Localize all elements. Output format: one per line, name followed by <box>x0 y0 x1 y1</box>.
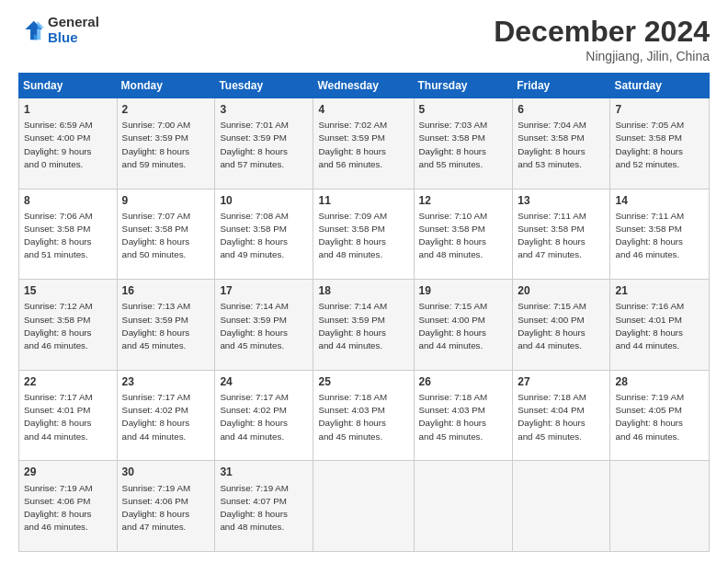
day-of-week-header: Monday <box>117 74 215 98</box>
calendar-day-cell: 2Sunrise: 7:00 AM Sunset: 3:59 PM Daylig… <box>117 98 215 190</box>
day-info: Sunrise: 7:04 AM Sunset: 3:58 PM Dayligh… <box>518 120 586 169</box>
logo-icon <box>18 17 44 43</box>
day-number: 19 <box>419 283 508 298</box>
day-info: Sunrise: 7:09 AM Sunset: 3:58 PM Dayligh… <box>318 211 387 260</box>
day-number: 14 <box>615 193 704 208</box>
calendar-header-row: SundayMondayTuesdayWednesdayThursdayFrid… <box>19 74 710 98</box>
month-year-title: December 2024 <box>494 15 710 49</box>
calendar-week-row: 1Sunrise: 6:59 AM Sunset: 4:00 PM Daylig… <box>19 98 710 190</box>
calendar-day-cell: 3Sunrise: 7:01 AM Sunset: 3:59 PM Daylig… <box>215 98 313 190</box>
day-info: Sunrise: 7:17 AM Sunset: 4:02 PM Dayligh… <box>220 392 289 442</box>
day-info: Sunrise: 7:15 AM Sunset: 4:00 PM Dayligh… <box>518 301 586 350</box>
calendar-week-row: 15Sunrise: 7:12 AM Sunset: 3:58 PM Dayli… <box>19 280 710 371</box>
calendar-week-row: 22Sunrise: 7:17 AM Sunset: 4:01 PM Dayli… <box>19 370 710 461</box>
day-number: 11 <box>318 193 408 208</box>
calendar-day-cell: 27Sunrise: 7:18 AM Sunset: 4:04 PM Dayli… <box>513 370 610 461</box>
day-number: 13 <box>518 193 605 208</box>
calendar-day-cell: 22Sunrise: 7:17 AM Sunset: 4:01 PM Dayli… <box>19 370 118 461</box>
day-number: 16 <box>122 283 210 298</box>
day-of-week-header: Thursday <box>414 74 513 98</box>
calendar-day-cell: 7Sunrise: 7:05 AM Sunset: 3:58 PM Daylig… <box>610 98 710 190</box>
calendar-day-cell: 26Sunrise: 7:18 AM Sunset: 4:03 PM Dayli… <box>414 370 513 461</box>
day-of-week-header: Sunday <box>19 74 118 98</box>
calendar-day-cell: 24Sunrise: 7:17 AM Sunset: 4:02 PM Dayli… <box>215 370 313 461</box>
day-number: 22 <box>24 374 112 389</box>
day-of-week-header: Saturday <box>610 74 710 98</box>
calendar-day-cell: 23Sunrise: 7:17 AM Sunset: 4:02 PM Dayli… <box>117 370 215 461</box>
calendar-day-cell: 6Sunrise: 7:04 AM Sunset: 3:58 PM Daylig… <box>513 98 610 190</box>
calendar-day-cell: 11Sunrise: 7:09 AM Sunset: 3:58 PM Dayli… <box>313 189 414 280</box>
calendar-day-cell: 1Sunrise: 6:59 AM Sunset: 4:00 PM Daylig… <box>19 98 118 190</box>
calendar-day-cell <box>313 461 414 552</box>
day-info: Sunrise: 7:06 AM Sunset: 3:58 PM Dayligh… <box>24 211 93 260</box>
page-header: General Blue December 2024 Ningjiang, Ji… <box>18 15 710 63</box>
calendar-week-row: 8Sunrise: 7:06 AM Sunset: 3:58 PM Daylig… <box>19 189 710 280</box>
calendar-day-cell <box>610 461 710 552</box>
day-number: 18 <box>318 283 408 298</box>
day-number: 28 <box>615 374 704 389</box>
day-number: 17 <box>220 283 308 298</box>
day-number: 8 <box>24 193 112 208</box>
calendar-day-cell: 18Sunrise: 7:14 AM Sunset: 3:59 PM Dayli… <box>313 280 414 371</box>
calendar-day-cell: 15Sunrise: 7:12 AM Sunset: 3:58 PM Dayli… <box>19 280 118 371</box>
calendar-day-cell: 17Sunrise: 7:14 AM Sunset: 3:59 PM Dayli… <box>215 280 313 371</box>
day-info: Sunrise: 7:00 AM Sunset: 3:59 PM Dayligh… <box>122 120 191 169</box>
calendar-day-cell: 9Sunrise: 7:07 AM Sunset: 3:58 PM Daylig… <box>117 189 215 280</box>
day-number: 10 <box>220 193 308 208</box>
day-info: Sunrise: 7:17 AM Sunset: 4:01 PM Dayligh… <box>24 392 93 442</box>
day-info: Sunrise: 7:14 AM Sunset: 3:59 PM Dayligh… <box>220 301 289 350</box>
calendar-day-cell: 12Sunrise: 7:10 AM Sunset: 3:58 PM Dayli… <box>414 189 513 280</box>
day-number: 3 <box>220 102 308 117</box>
calendar-day-cell: 25Sunrise: 7:18 AM Sunset: 4:03 PM Dayli… <box>313 370 414 461</box>
day-info: Sunrise: 7:16 AM Sunset: 4:01 PM Dayligh… <box>615 301 684 350</box>
calendar-day-cell: 14Sunrise: 7:11 AM Sunset: 3:58 PM Dayli… <box>610 189 710 280</box>
day-info: Sunrise: 7:19 AM Sunset: 4:06 PM Dayligh… <box>122 483 191 533</box>
day-number: 25 <box>318 374 408 389</box>
day-number: 12 <box>419 193 508 208</box>
calendar-day-cell: 16Sunrise: 7:13 AM Sunset: 3:59 PM Dayli… <box>117 280 215 371</box>
day-number: 30 <box>122 465 210 479</box>
day-of-week-header: Tuesday <box>215 74 313 98</box>
day-number: 27 <box>518 374 605 389</box>
day-number: 26 <box>419 374 508 389</box>
day-info: Sunrise: 7:08 AM Sunset: 3:58 PM Dayligh… <box>220 211 289 260</box>
day-info: Sunrise: 7:18 AM Sunset: 4:04 PM Dayligh… <box>518 392 586 442</box>
day-info: Sunrise: 7:07 AM Sunset: 3:58 PM Dayligh… <box>122 211 191 260</box>
day-number: 7 <box>615 102 704 117</box>
day-number: 20 <box>518 283 605 298</box>
day-of-week-header: Wednesday <box>313 74 414 98</box>
day-number: 21 <box>615 283 704 298</box>
day-number: 4 <box>318 102 408 117</box>
day-info: Sunrise: 7:02 AM Sunset: 3:59 PM Dayligh… <box>318 120 387 169</box>
day-number: 23 <box>122 374 210 389</box>
day-info: Sunrise: 7:17 AM Sunset: 4:02 PM Dayligh… <box>122 392 191 442</box>
day-of-week-header: Friday <box>513 74 610 98</box>
day-info: Sunrise: 7:05 AM Sunset: 3:58 PM Dayligh… <box>615 120 684 169</box>
day-number: 5 <box>419 102 508 117</box>
day-info: Sunrise: 7:12 AM Sunset: 3:58 PM Dayligh… <box>24 301 93 350</box>
day-info: Sunrise: 7:11 AM Sunset: 3:58 PM Dayligh… <box>615 211 684 260</box>
calendar-day-cell: 30Sunrise: 7:19 AM Sunset: 4:06 PM Dayli… <box>117 461 215 552</box>
calendar-day-cell: 8Sunrise: 7:06 AM Sunset: 3:58 PM Daylig… <box>19 189 118 280</box>
title-block: December 2024 Ningjiang, Jilin, China <box>494 15 710 63</box>
calendar-day-cell: 10Sunrise: 7:08 AM Sunset: 3:58 PM Dayli… <box>215 189 313 280</box>
day-info: Sunrise: 7:18 AM Sunset: 4:03 PM Dayligh… <box>318 392 387 442</box>
day-info: Sunrise: 7:19 AM Sunset: 4:07 PM Dayligh… <box>220 483 289 533</box>
calendar-day-cell: 19Sunrise: 7:15 AM Sunset: 4:00 PM Dayli… <box>414 280 513 371</box>
calendar-day-cell: 20Sunrise: 7:15 AM Sunset: 4:00 PM Dayli… <box>513 280 610 371</box>
calendar-day-cell: 28Sunrise: 7:19 AM Sunset: 4:05 PM Dayli… <box>610 370 710 461</box>
day-number: 9 <box>122 193 210 208</box>
day-number: 31 <box>220 465 308 479</box>
logo-text: General Blue <box>48 15 99 45</box>
day-info: Sunrise: 7:14 AM Sunset: 3:59 PM Dayligh… <box>318 301 387 350</box>
calendar-day-cell: 29Sunrise: 7:19 AM Sunset: 4:06 PM Dayli… <box>19 461 118 552</box>
calendar-day-cell: 21Sunrise: 7:16 AM Sunset: 4:01 PM Dayli… <box>610 280 710 371</box>
day-info: Sunrise: 6:59 AM Sunset: 4:00 PM Dayligh… <box>24 120 93 169</box>
day-info: Sunrise: 7:19 AM Sunset: 4:05 PM Dayligh… <box>615 392 684 442</box>
logo: General Blue <box>18 15 99 45</box>
calendar-week-row: 29Sunrise: 7:19 AM Sunset: 4:06 PM Dayli… <box>19 461 710 552</box>
day-number: 24 <box>220 374 308 389</box>
calendar-day-cell: 4Sunrise: 7:02 AM Sunset: 3:59 PM Daylig… <box>313 98 414 190</box>
day-number: 15 <box>24 283 112 298</box>
day-info: Sunrise: 7:10 AM Sunset: 3:58 PM Dayligh… <box>419 211 488 260</box>
